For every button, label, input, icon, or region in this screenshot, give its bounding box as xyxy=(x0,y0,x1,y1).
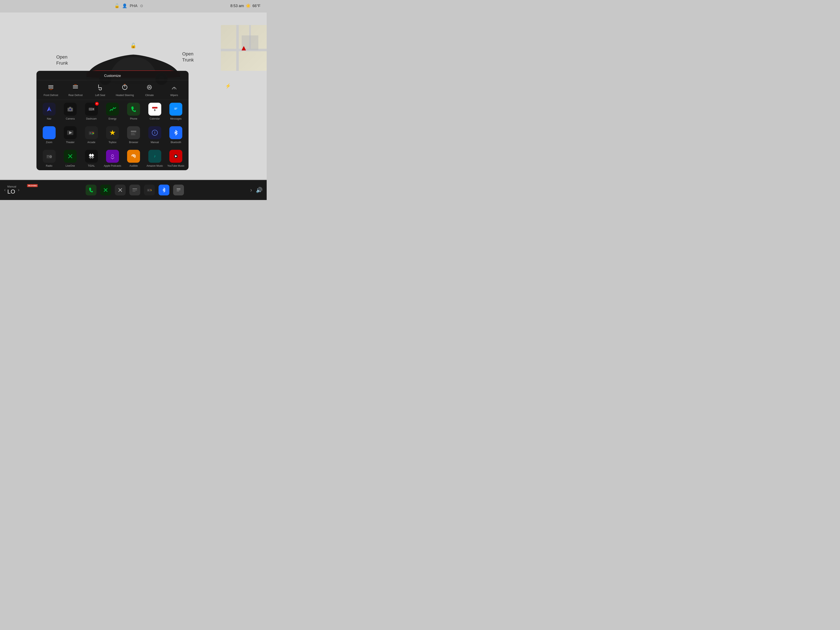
app-calendar[interactable]: 6 Calendar xyxy=(145,103,164,120)
quick-control-wipers[interactable]: Wipers xyxy=(165,84,183,97)
quick-control-rear-defrost[interactable]: Rear Defrost xyxy=(66,84,85,97)
app-row-2: Zoom Theater Arcade Toybox Browser xyxy=(36,123,188,147)
app-audible[interactable]: Audible xyxy=(124,150,143,167)
app-dashcam[interactable]: ✕ Dashcam xyxy=(82,103,101,120)
taskbar-x[interactable] xyxy=(115,185,126,196)
app-nav[interactable]: Nav xyxy=(40,103,58,120)
app-browser[interactable]: Browser xyxy=(124,126,143,144)
app-camera[interactable]: Camera xyxy=(61,103,80,120)
quick-control-front-defrost[interactable]: Front Defrost xyxy=(41,84,60,97)
app-liveone[interactable]: LiveOne xyxy=(61,150,80,167)
app-radio[interactable]: Radio xyxy=(40,150,58,167)
youtube-music-label: YouTube Music xyxy=(167,164,185,167)
camera-label: Camera xyxy=(66,117,75,120)
customize-header: Customize xyxy=(36,71,188,80)
open-frunk-label[interactable]: Open Frunk xyxy=(56,54,68,66)
messages-label: Messages xyxy=(170,117,182,120)
app-theater[interactable]: Theater xyxy=(61,126,80,144)
app-manual[interactable]: i Manual xyxy=(145,126,164,144)
svg-point-42 xyxy=(90,132,91,134)
app-arcade[interactable]: Arcade xyxy=(82,126,101,144)
svg-point-80 xyxy=(147,189,149,191)
audible-icon xyxy=(127,150,140,163)
svg-marker-61 xyxy=(89,156,94,159)
quick-control-climate[interactable]: Climate xyxy=(140,84,159,97)
taskbar-right: › 🔊 xyxy=(250,187,262,193)
quick-control-heated-steering[interactable]: Heated Steering xyxy=(115,84,134,97)
nav-icon xyxy=(43,103,55,115)
theater-icon xyxy=(64,126,77,139)
taskbar-left: ‹ Manual LO › xyxy=(4,185,19,195)
map-area: ▲ xyxy=(221,25,267,71)
profile-name: PHA xyxy=(130,4,137,8)
taskbar-manual-icon[interactable] xyxy=(173,185,184,196)
svg-text:i: i xyxy=(155,131,155,134)
svg-point-28 xyxy=(69,109,71,110)
profile-icon: 👤 xyxy=(122,3,127,8)
svg-point-45 xyxy=(92,133,93,134)
svg-marker-60 xyxy=(89,153,94,157)
app-toybox[interactable]: Toybox xyxy=(103,126,122,144)
svg-rect-56 xyxy=(47,156,49,156)
heated-steering-icon xyxy=(122,84,128,92)
app-messages[interactable]: Messages xyxy=(166,103,185,120)
taskbar-arcade[interactable] xyxy=(144,185,155,196)
nav-label: Nav xyxy=(47,117,51,120)
app-apple-podcasts[interactable]: Apple Podcasts xyxy=(103,150,122,167)
energy-label: Energy xyxy=(109,117,117,120)
svg-point-66 xyxy=(133,156,134,157)
svg-rect-49 xyxy=(131,134,134,134)
app-phone[interactable]: Phone xyxy=(124,103,143,120)
rear-defrost-label: Rear Defrost xyxy=(68,94,82,97)
dot-icon: ⊙ xyxy=(140,3,143,8)
toybox-icon xyxy=(106,126,119,139)
energy-icon xyxy=(106,103,119,115)
svg-text:6: 6 xyxy=(154,109,155,112)
youtube-music-icon xyxy=(169,150,182,163)
app-energy[interactable]: Energy xyxy=(103,103,122,120)
radio-station-badge: 99.5 KISS xyxy=(27,184,38,187)
heated-steering-label: Heated Steering xyxy=(116,94,134,97)
chevron-right-lo[interactable]: › xyxy=(18,187,19,193)
quick-control-left-seat[interactable]: Left Seat xyxy=(91,84,110,97)
temperature-display: 66°F xyxy=(253,4,261,8)
climate-label: Climate xyxy=(145,94,154,97)
wipers-icon xyxy=(171,84,177,92)
dashcam-icon: ✕ xyxy=(85,103,98,115)
volume-icon[interactable]: 🔊 xyxy=(256,187,262,193)
svg-rect-29 xyxy=(69,107,71,108)
svg-point-81 xyxy=(150,189,151,190)
chevron-left[interactable]: ‹ xyxy=(4,187,6,193)
zoom-icon xyxy=(43,126,55,139)
camera-icon xyxy=(64,103,77,115)
theater-label: Theater xyxy=(66,141,74,144)
quick-controls-row: Front Defrost Rear Defrost Left Seat Hea… xyxy=(36,80,188,100)
amazon-music-label: Amazon Music xyxy=(147,164,163,167)
bluetooth-label: Bluetooth xyxy=(171,141,181,144)
arcade-label: Arcade xyxy=(87,141,95,144)
svg-rect-84 xyxy=(177,190,180,190)
app-bluetooth[interactable]: Bluetooth xyxy=(166,126,185,144)
svg-point-44 xyxy=(93,133,94,134)
svg-rect-85 xyxy=(177,191,179,191)
customize-popup: Customize Front Defrost Rear Defrost Lef… xyxy=(36,71,188,170)
taskbar-bluetooth[interactable] xyxy=(158,185,169,196)
svg-rect-30 xyxy=(89,108,93,111)
svg-marker-25 xyxy=(49,106,52,112)
app-zoom[interactable]: Zoom xyxy=(40,126,58,144)
status-bar-right: 8:53 am ☀️ 66°F xyxy=(231,3,261,8)
chevron-right-nav[interactable]: › xyxy=(250,187,252,193)
podcasts-icon xyxy=(106,150,119,163)
svg-rect-47 xyxy=(131,131,136,132)
taskbar-browser[interactable] xyxy=(129,185,140,196)
audible-label: Audible xyxy=(129,164,138,167)
svg-line-20 xyxy=(149,85,151,87)
app-youtube-music[interactable]: YouTube Music xyxy=(166,150,185,167)
weather-icon: ☀️ xyxy=(246,3,251,8)
taskbar-center xyxy=(85,185,184,196)
taskbar-phone[interactable] xyxy=(85,185,96,196)
taskbar-liveone[interactable] xyxy=(100,185,111,196)
svg-rect-77 xyxy=(133,190,137,190)
app-amazon-music[interactable]: ♪ Amazon Music xyxy=(145,150,164,167)
app-tidal[interactable]: TIDAL xyxy=(82,150,101,167)
